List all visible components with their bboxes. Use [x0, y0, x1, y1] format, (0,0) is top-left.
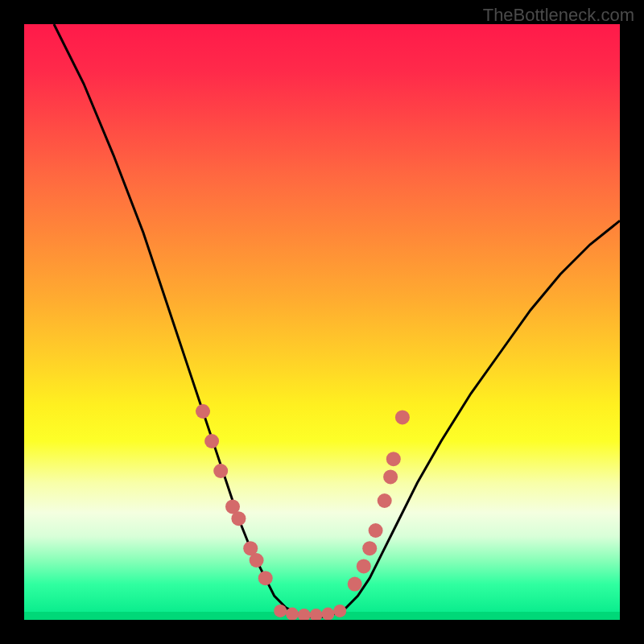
chart-container: TheBottleneck.com [0, 0, 644, 644]
marker-dot [333, 605, 346, 617]
markers-right [348, 410, 410, 591]
marker-dot [250, 553, 264, 568]
marker-dot [321, 608, 334, 620]
marker-dot [383, 469, 398, 484]
marker-dot [348, 577, 362, 592]
marker-dot [369, 523, 383, 538]
marker-dot [378, 493, 392, 508]
marker-dot [298, 609, 311, 620]
marker-dot [286, 608, 299, 620]
marker-dot [386, 452, 401, 466]
marker-dot [310, 609, 323, 620]
markers-bottom [274, 605, 346, 620]
marker-dot [258, 571, 273, 585]
marker-dot [357, 559, 371, 573]
bottleneck-curve [54, 24, 620, 617]
marker-dot [274, 605, 287, 617]
markers-left [196, 404, 273, 585]
marker-dot [204, 434, 219, 448]
curve-svg [24, 24, 620, 620]
marker-dot [231, 511, 246, 526]
plot-area [24, 24, 620, 620]
watermark-text: TheBottleneck.com [483, 5, 634, 26]
marker-dot [213, 464, 228, 478]
marker-dot [362, 541, 377, 555]
marker-dot [395, 410, 410, 424]
marker-dot [196, 404, 210, 419]
